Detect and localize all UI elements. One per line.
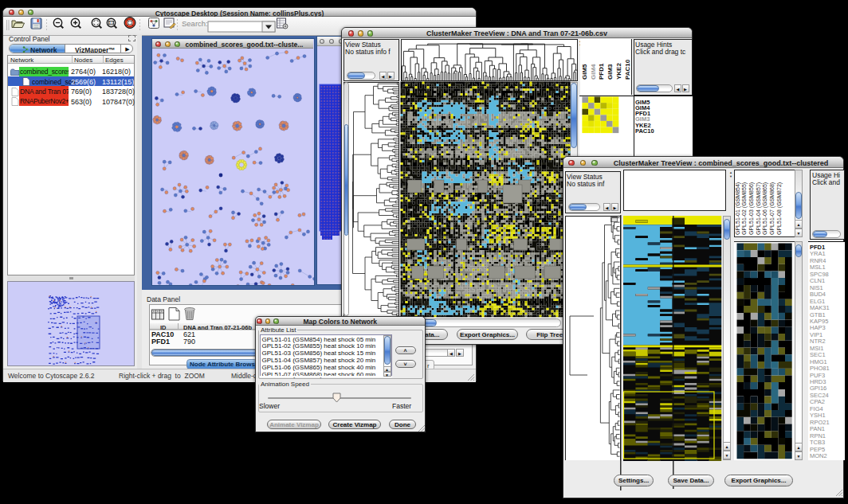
svg-text:GIM4: GIM4: [590, 64, 597, 80]
svg-text:GPL51-03 (GSM856): GPL51-03 (GSM856): [748, 182, 755, 235]
svg-text:GPL51-02 (GSM855): GPL51-02 (GSM855): [741, 182, 748, 235]
svg-text:GIM5: GIM5: [581, 64, 588, 80]
svg-text:GPL51-08 (GSM872): GPL51-08 (GSM872): [776, 182, 783, 235]
svg-text:PAC10: PAC10: [624, 59, 631, 80]
svg-text:YKE2: YKE2: [615, 63, 622, 80]
svg-text:GPL51-07 (GSM868): GPL51-07 (GSM868): [769, 182, 775, 235]
svg-text:GPL51-06 (GSM865): GPL51-06 (GSM865): [762, 182, 768, 235]
svg-text:PFD1: PFD1: [598, 63, 605, 80]
svg-text:GPL51-01 (GSM854): GPL51-01 (GSM854): [735, 182, 741, 235]
svg-text:GPL51-04 (GSM857): GPL51-04 (GSM857): [756, 182, 762, 235]
svg-text:GIM3: GIM3: [607, 64, 614, 80]
